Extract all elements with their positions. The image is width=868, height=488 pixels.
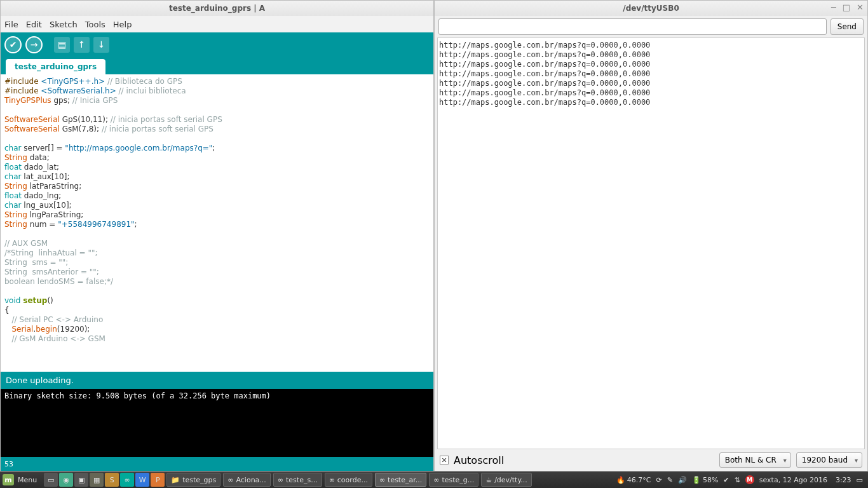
arduino-ide-window: teste_arduino_gprs | A File Edit Sketch …: [0, 0, 434, 471]
send-button[interactable]: Send: [831, 18, 864, 35]
new-sketch-button[interactable]: ▤: [54, 37, 70, 53]
serial-title-text: /dev/ttyUSB0: [623, 4, 679, 13]
wps-presentation-icon[interactable]: P: [151, 473, 165, 487]
ide-toolbar: ✔ → ▤ ↑ ↓: [1, 32, 433, 57]
open-sketch-button[interactable]: ↑: [74, 37, 90, 53]
ide-menubar: File Edit Sketch Tools Help: [1, 16, 433, 32]
serial-input[interactable]: [438, 18, 827, 35]
taskbar-task[interactable]: ∞teste_g...: [429, 473, 478, 487]
verify-button[interactable]: ✔: [4, 36, 22, 53]
start-menu-button[interactable]: m Menu: [0, 471, 43, 488]
serial-output[interactable]: http://maps.google.com.br/maps?q=0.0000,…: [437, 37, 865, 449]
console-output: Binary sketch size: 9.508 bytes (of a 32…: [1, 389, 433, 457]
status-bar: Done uploading.: [1, 372, 433, 389]
menu-help[interactable]: Help: [113, 20, 132, 29]
clock[interactable]: sexta, 12 Ago 2016 3:23: [759, 476, 851, 484]
ide-tabs: teste_arduino_gprs: [1, 57, 433, 74]
menu-file[interactable]: File: [4, 20, 18, 29]
taskbar-task[interactable]: ∞teste_ar...: [375, 473, 426, 487]
menu-label: Menu: [18, 476, 37, 484]
update-icon[interactable]: ⟳: [656, 476, 661, 484]
wps-writer-icon[interactable]: W: [135, 473, 149, 487]
network-icon[interactable]: ⇅: [735, 476, 740, 484]
terminal-icon[interactable]: ▣: [74, 473, 88, 487]
serial-bottom-row: ✕ Autoscroll Both NL & CR 19200 baud: [435, 449, 867, 471]
taskbar: m Menu ▭ ◉ ▣ ▦ S ∞ W P 📁teste_gps∞Aciona…: [0, 471, 868, 488]
serial-titlebar[interactable]: /dev/ttyUSB0 ─ □ ✕: [435, 1, 867, 16]
serial-input-row: Send: [435, 16, 867, 37]
taskbar-task[interactable]: ☕/dev/tty...: [481, 473, 532, 487]
upload-button[interactable]: →: [25, 36, 43, 53]
show-desktop-right-icon[interactable]: ▭: [857, 476, 863, 484]
mint-logo-icon: m: [3, 474, 14, 485]
files-icon[interactable]: ▦: [90, 473, 104, 487]
baud-rate-select[interactable]: 19200 baud: [796, 452, 862, 468]
show-desktop-icon[interactable]: ▭: [44, 473, 58, 487]
mega-icon[interactable]: M: [745, 475, 754, 484]
menu-sketch[interactable]: Sketch: [50, 20, 78, 29]
ide-footer: 53: [1, 457, 433, 471]
close-icon[interactable]: ✕: [857, 3, 864, 12]
line-ending-select[interactable]: Both NL & CR: [719, 452, 791, 468]
sublime-icon[interactable]: S: [105, 473, 119, 487]
minimize-icon[interactable]: ─: [831, 3, 836, 12]
ide-titlebar[interactable]: teste_arduino_gprs | A: [1, 1, 433, 16]
pencil-icon[interactable]: ✎: [667, 476, 673, 484]
taskbar-task[interactable]: 📁teste_gps: [166, 473, 220, 487]
serial-monitor-window: /dev/ttyUSB0 ─ □ ✕ Send http://maps.goog…: [434, 0, 868, 471]
arduino-icon[interactable]: ∞: [120, 473, 134, 487]
system-tray: 🔥 46.7°C ⟳ ✎ 🔊 🔋58% ✔ ⇅ M sexta, 12 Ago …: [616, 475, 868, 484]
autoscroll-checkbox[interactable]: ✕: [440, 456, 449, 464]
taskbar-task[interactable]: ∞teste_s...: [273, 473, 322, 487]
chrome-icon[interactable]: ◉: [59, 473, 73, 487]
battery-indicator[interactable]: 🔋58%: [692, 476, 718, 484]
shield-icon[interactable]: ✔: [723, 476, 729, 484]
taskbar-task[interactable]: ∞coorde...: [325, 473, 372, 487]
sketch-tab[interactable]: teste_arduino_gprs: [6, 59, 105, 74]
taskbar-task[interactable]: ∞Aciona...: [223, 473, 271, 487]
code-editor[interactable]: #include <TinyGPS++.h> // Biblioteca do …: [1, 74, 433, 372]
volume-icon[interactable]: 🔊: [678, 476, 687, 484]
menu-tools[interactable]: Tools: [85, 20, 105, 29]
autoscroll-label: Autoscroll: [454, 454, 504, 466]
save-sketch-button[interactable]: ↓: [93, 37, 109, 53]
menu-edit[interactable]: Edit: [26, 20, 42, 29]
temp-indicator[interactable]: 🔥 46.7°C: [616, 476, 651, 484]
maximize-icon[interactable]: □: [843, 3, 850, 12]
